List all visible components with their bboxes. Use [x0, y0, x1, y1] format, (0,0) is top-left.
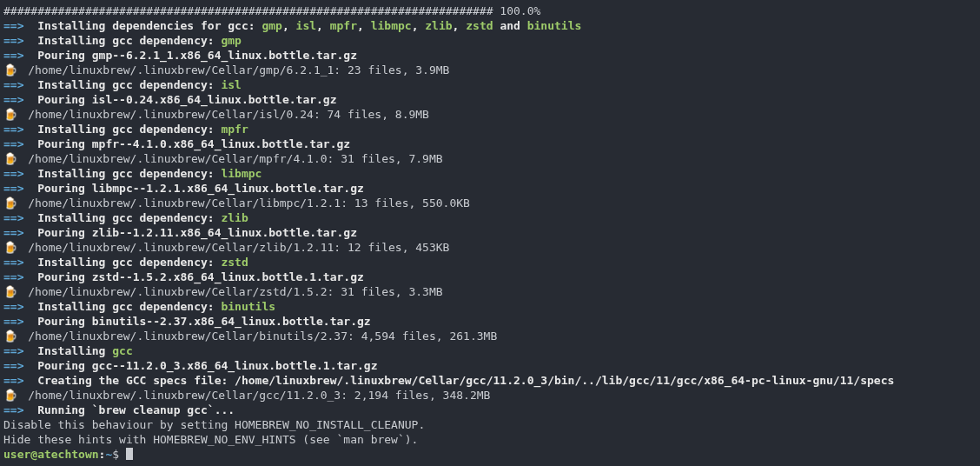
progress-bar: ########################################… — [3, 4, 500, 17]
specs-text: Creating the GCC specs file: /home/linux… — [37, 374, 894, 387]
pkg-name: gcc — [112, 344, 132, 357]
dep-name: isl — [296, 19, 316, 32]
progress-line: ########################################… — [3, 3, 977, 18]
arrow-icon: ==> — [3, 211, 23, 224]
dep-name: mpfr — [330, 19, 357, 32]
pour-line: ==> Pouring zlib--1.2.11.x86_64_linux.bo… — [3, 225, 977, 240]
beer-icon: 🍺 — [3, 151, 15, 166]
pour-text: Pouring zstd--1.5.2.x86_64_linux.bottle.… — [37, 270, 364, 283]
pour-text: Pouring binutils--2.37.x86_64_linux.bott… — [37, 315, 371, 328]
hint-line: Disable this behaviour by setting HOMEBR… — [3, 417, 977, 432]
pour-text: Pouring gcc--11.2.0_3.x86_64_linux.bottl… — [37, 359, 377, 372]
arrow-icon: ==> — [3, 315, 23, 328]
dep-name: mpfr — [221, 123, 248, 136]
beer-icon: 🍺 — [3, 284, 15, 299]
cellar-line: 🍺 /home/linuxbrew/.linuxbrew/Cellar/gcc/… — [3, 388, 977, 403]
pour-line: ==> Pouring zstd--1.5.2.x86_64_linux.bot… — [3, 270, 977, 284]
beer-icon: 🍺 — [3, 388, 15, 403]
arrow-icon: ==> — [3, 300, 23, 313]
pour-line: ==> Pouring binutils--2.37.x86_64_linux.… — [3, 314, 977, 329]
dep-name: gmp — [221, 34, 241, 47]
progress-percent: 100.0% — [500, 4, 540, 17]
cellar-text: /home/linuxbrew/.linuxbrew/Cellar/isl/0.… — [28, 108, 429, 121]
arrow-icon: ==> — [3, 270, 23, 283]
install-dep-prefix: Installing gcc dependency: — [37, 300, 221, 313]
dep-name: zstd — [466, 19, 493, 32]
beer-icon: 🍺 — [3, 240, 15, 255]
arrow-icon: ==> — [3, 256, 23, 269]
pour-text: Pouring libmpc--1.2.1.x86_64_linux.bottl… — [37, 182, 364, 195]
install-dep-line: ==> Installing gcc dependency: zlib — [3, 210, 977, 225]
beer-icon: 🍺 — [3, 329, 15, 343]
pour-line: ==> Pouring mpfr--4.1.0.x86_64_linux.bot… — [3, 136, 977, 151]
cellar-text: /home/linuxbrew/.linuxbrew/Cellar/gcc/11… — [28, 389, 490, 402]
beer-icon: 🍺 — [3, 63, 15, 77]
arrow-icon: ==> — [3, 93, 23, 106]
install-dep-prefix: Installing gcc dependency: — [37, 211, 221, 224]
pour-text: Pouring isl--0.24.x86_64_linux.bottle.ta… — [37, 93, 336, 106]
specs-line: ==> Creating the GCC specs file: /home/l… — [3, 373, 977, 388]
cellar-text: /home/linuxbrew/.linuxbrew/Cellar/zlib/1… — [28, 241, 449, 254]
pour-text: Pouring mpfr--4.1.0.x86_64_linux.bottle.… — [37, 137, 350, 150]
prompt-user: user@atechtown — [3, 448, 99, 461]
install-dep-prefix: Installing gcc dependency: — [37, 34, 221, 47]
install-dep-prefix: Installing gcc dependency: — [37, 256, 221, 269]
install-dep-prefix: Installing gcc dependency: — [37, 123, 221, 136]
arrow-icon: ==> — [3, 49, 23, 62]
dep-name: libmpc — [371, 19, 412, 32]
arrow-icon: ==> — [3, 167, 23, 180]
terminal-output[interactable]: ########################################… — [0, 0, 980, 465]
cursor[interactable] — [126, 448, 133, 460]
pour-line: ==> Pouring isl--0.24.x86_64_linux.bottl… — [3, 92, 977, 107]
beer-icon: 🍺 — [3, 107, 15, 122]
deps-header-line: ==> Installing dependencies for gcc: gmp… — [3, 18, 977, 33]
cellar-text: /home/linuxbrew/.linuxbrew/Cellar/mpfr/4… — [28, 152, 442, 165]
cellar-line: 🍺 /home/linuxbrew/.linuxbrew/Cellar/libm… — [3, 196, 977, 210]
dep-name: zstd — [221, 256, 248, 269]
arrow-icon: ==> — [3, 78, 23, 91]
cleanup-text: Running `brew cleanup gcc`... — [37, 403, 235, 416]
hint-text: Disable this behaviour by setting HOMEBR… — [3, 418, 425, 431]
install-dep-line: ==> Installing gcc dependency: binutils — [3, 299, 977, 314]
prompt-line[interactable]: user@atechtown:~$ — [3, 447, 977, 462]
arrow-icon: ==> — [3, 374, 23, 387]
arrow-icon: ==> — [3, 182, 23, 195]
cellar-line: 🍺 /home/linuxbrew/.linuxbrew/Cellar/gmp/… — [3, 63, 977, 77]
install-dep-line: ==> Installing gcc dependency: isl — [3, 77, 977, 92]
pour-line: ==> Pouring gcc--11.2.0_3.x86_64_linux.b… — [3, 358, 977, 373]
install-dep-line: ==> Installing gcc dependency: libmpc — [3, 166, 977, 181]
cellar-text: /home/linuxbrew/.linuxbrew/Cellar/zstd/1… — [28, 285, 442, 298]
hint-line: Hide these hints with HOMEBREW_NO_ENV_HI… — [3, 432, 977, 447]
deps-header-prefix: Installing dependencies for gcc: — [37, 19, 262, 32]
beer-icon: 🍺 — [3, 196, 15, 210]
cellar-text: /home/linuxbrew/.linuxbrew/Cellar/gmp/6.… — [28, 63, 449, 77]
install-dep-line: ==> Installing gcc dependency: gmp — [3, 33, 977, 48]
dep-name: gmp — [262, 19, 281, 32]
install-dep-line: ==> Installing gcc dependency: mpfr — [3, 122, 977, 136]
dep-name: libmpc — [221, 167, 262, 180]
cellar-text: /home/linuxbrew/.linuxbrew/Cellar/binuti… — [28, 330, 497, 343]
install-dep-prefix: Installing gcc dependency: — [37, 167, 221, 180]
cellar-line: 🍺 /home/linuxbrew/.linuxbrew/Cellar/binu… — [3, 329, 977, 343]
arrow-icon: ==> — [3, 403, 23, 416]
hint-text: Hide these hints with HOMEBREW_NO_ENV_HI… — [3, 433, 418, 446]
dep-name: binutils — [527, 19, 582, 32]
pour-line: ==> Pouring gmp--6.2.1_1.x86_64_linux.bo… — [3, 48, 977, 63]
dep-name: isl — [221, 78, 241, 91]
dep-name: binutils — [221, 300, 275, 313]
cellar-text: /home/linuxbrew/.linuxbrew/Cellar/libmpc… — [28, 196, 470, 210]
dep-name: zlib — [425, 19, 452, 32]
arrow-icon: ==> — [3, 19, 23, 32]
cellar-line: 🍺 /home/linuxbrew/.linuxbrew/Cellar/isl/… — [3, 107, 977, 122]
cellar-line: 🍺 /home/linuxbrew/.linuxbrew/Cellar/zstd… — [3, 284, 977, 299]
cleanup-line: ==> Running `brew cleanup gcc`... — [3, 403, 977, 417]
install-dep-prefix: Installing gcc dependency: — [37, 78, 221, 91]
arrow-icon: ==> — [3, 359, 23, 372]
install-prefix: Installing — [37, 344, 112, 357]
pour-line: ==> Pouring libmpc--1.2.1.x86_64_linux.b… — [3, 181, 977, 196]
install-dep-line: ==> Installing gcc dependency: zstd — [3, 255, 977, 270]
arrow-icon: ==> — [3, 123, 23, 136]
pour-text: Pouring zlib--1.2.11.x86_64_linux.bottle… — [37, 226, 357, 239]
install-gcc-line: ==> Installing gcc — [3, 343, 977, 358]
arrow-icon: ==> — [3, 34, 23, 47]
